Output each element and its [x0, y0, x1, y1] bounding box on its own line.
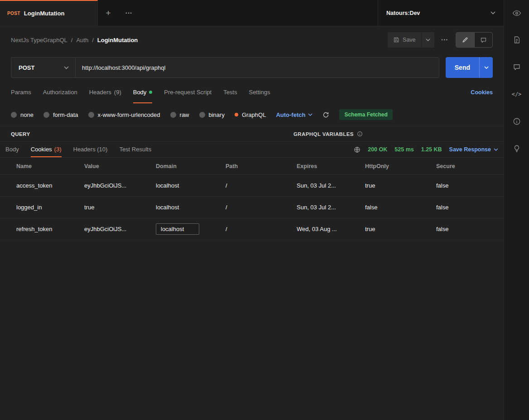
response-tab-cookies-count: (3) [54, 146, 62, 153]
column-header-domain: Domain [156, 163, 226, 169]
more-options-icon: ••• [125, 11, 132, 15]
tab-body[interactable]: Body [133, 82, 153, 103]
auto-fetch-label: Auto-fetch [276, 111, 305, 118]
response-tab-headers[interactable]: Headers (10) [73, 142, 108, 157]
breadcrumb-collection[interactable]: NextJs TypeGraphQL [11, 37, 67, 43]
body-mode-raw[interactable]: raw [170, 111, 189, 118]
body-mode-binary[interactable]: binary [199, 111, 225, 118]
column-header-secure: Secure [436, 163, 495, 169]
side-pane-toggle-group [456, 32, 493, 48]
request-more-options-button[interactable]: ••• [442, 38, 448, 42]
comment-icon [480, 37, 487, 43]
variables-label: GRAPHQL VARIABLES [293, 131, 354, 137]
http-method-select[interactable]: POST [11, 57, 75, 78]
tab-settings[interactable]: Settings [249, 82, 270, 103]
app-window: POST LoginMutation + ••• Natours:Dev Nex… [0, 0, 529, 420]
refresh-schema-button[interactable] [322, 111, 329, 118]
request-header-actions: Save ••• [388, 32, 493, 48]
radio-icon [11, 112, 17, 118]
more-options-icon: ••• [442, 38, 448, 42]
save-icon [393, 37, 399, 43]
tab-settings-label: Settings [249, 89, 270, 96]
body-mode-form-data[interactable]: form-data [43, 111, 78, 118]
eye-icon [512, 9, 521, 18]
tab-tests-label: Tests [223, 89, 237, 96]
send-options-button[interactable] [479, 57, 493, 78]
tab-authorization-label: Authorization [43, 89, 77, 96]
pub-request-button[interactable] [504, 135, 529, 162]
comments-button[interactable] [504, 53, 529, 81]
table-row[interactable]: access_token eyJhbGciOiJS... localhost /… [0, 175, 504, 197]
tab-tests[interactable]: Tests [223, 82, 237, 103]
environment-selector[interactable]: Natours:Dev [378, 0, 504, 26]
response-tab-test-results-label: Test Results [119, 146, 151, 153]
body-mode-urlencoded-label: x-www-form-urlencoded [98, 111, 160, 118]
table-row[interactable]: logged_in true localhost / Sun, 03 Jul 2… [0, 197, 504, 218]
cookie-path: / [226, 226, 297, 232]
body-mode-binary-label: binary [209, 111, 225, 118]
body-mode-form-data-label: form-data [53, 111, 78, 118]
info-icon [513, 117, 521, 126]
tab-params[interactable]: Params [11, 82, 31, 103]
new-tab-button[interactable]: + [98, 0, 119, 26]
save-response-dropdown[interactable]: Save Response [449, 146, 498, 153]
radio-icon [43, 112, 49, 118]
radio-icon [199, 112, 205, 118]
response-tab-body-label: Body [5, 146, 19, 153]
request-header-row: NextJs TypeGraphQL / Auth / LoginMutatio… [0, 26, 504, 53]
tab-pre-request-label: Pre-request Script [164, 89, 212, 96]
body-mode-graphql[interactable]: GraphQL [235, 111, 266, 118]
url-input[interactable] [75, 57, 439, 78]
response-tab-cookies[interactable]: Cookies (3) [31, 142, 62, 157]
documentation-pane-button[interactable] [456, 33, 474, 47]
column-header-value: Value [84, 163, 156, 169]
tab-method-label: POST [7, 11, 20, 16]
save-button[interactable]: Save [388, 32, 421, 48]
chevron-down-icon [308, 113, 313, 116]
body-mode-urlencoded[interactable]: x-www-form-urlencoded [88, 111, 160, 118]
body-modified-dot-icon [149, 91, 152, 94]
tab-pre-request-script[interactable]: Pre-request Script [164, 82, 212, 103]
info-icon[interactable] [357, 131, 363, 137]
save-options-button[interactable] [421, 32, 434, 48]
auto-fetch-dropdown[interactable]: Auto-fetch [276, 111, 313, 118]
cookie-httponly: true [365, 182, 436, 189]
network-globe-icon[interactable] [354, 146, 361, 153]
breadcrumb-folder[interactable]: Auth [76, 37, 88, 43]
domain-edit-input[interactable]: localhost [156, 223, 199, 235]
chevron-down-icon [484, 66, 489, 69]
comments-pane-button[interactable] [474, 33, 492, 47]
request-url-row: POST Send [0, 53, 504, 82]
response-tab-test-results[interactable]: Test Results [119, 142, 151, 157]
cookie-expires: Sun, 03 Jul 2... [297, 182, 365, 189]
chevron-down-icon [491, 11, 495, 14]
tab-body-label: Body [133, 89, 147, 96]
preview-eye-button[interactable] [504, 0, 529, 26]
tab-more-options-button[interactable]: ••• [119, 0, 139, 26]
cookie-expires: Sun, 03 Jul 2... [297, 204, 365, 211]
body-mode-none[interactable]: none [11, 111, 34, 118]
documentation-button[interactable] [504, 26, 529, 53]
table-row[interactable]: refresh_token eyJhbGciOiJS... localhost … [0, 218, 504, 240]
request-info-button[interactable] [504, 108, 529, 135]
tab-headers[interactable]: Headers (9) [89, 82, 121, 103]
open-request-tab[interactable]: POST LoginMutation [0, 0, 98, 26]
cookies-link[interactable]: Cookies [471, 82, 493, 103]
query-pane-header: QUERY [0, 131, 293, 137]
response-tab-body[interactable]: Body [5, 142, 19, 157]
code-snippet-button[interactable]: </> [504, 81, 529, 108]
tab-headers-count: (9) [114, 89, 121, 96]
send-button[interactable]: Send [446, 57, 479, 78]
column-header-path: Path [226, 163, 297, 169]
cookie-domain-cell: localhost [156, 223, 226, 235]
response-meta: 200 OK 525 ms 1.25 KB Save Response [354, 142, 498, 157]
tab-headers-label: Headers [89, 89, 111, 96]
chevron-down-icon [64, 66, 69, 69]
cookie-httponly: true [365, 226, 436, 232]
tab-authorization[interactable]: Authorization [43, 82, 77, 103]
column-header-expires: Expires [297, 163, 365, 169]
breadcrumb-request-name[interactable]: LoginMutation [97, 37, 138, 43]
cookie-domain: localhost [156, 182, 226, 189]
response-tabs-row: Body Cookies (3) Headers (10) Test Resul… [0, 141, 504, 158]
chevron-down-icon [426, 39, 430, 41]
